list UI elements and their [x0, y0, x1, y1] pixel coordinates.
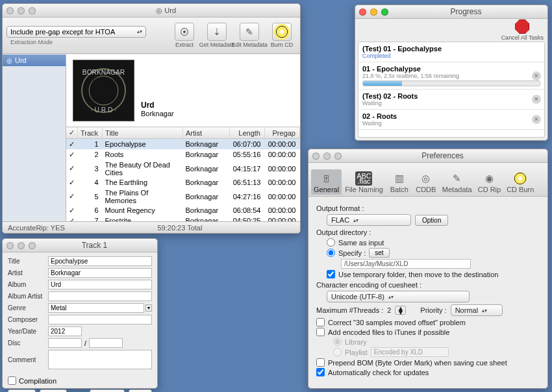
- main-titlebar[interactable]: ◎ Urd: [3, 4, 300, 18]
- close-icon[interactable]: [359, 8, 366, 16]
- tab-general[interactable]: 🎚General: [311, 169, 342, 195]
- burn-cd-button[interactable]: Burn CD: [268, 23, 296, 48]
- row-check[interactable]: ✓: [66, 149, 78, 160]
- auto-update-checkbox[interactable]: [316, 368, 325, 376]
- composer-field[interactable]: [48, 315, 152, 325]
- traffic-lights: [6, 7, 36, 14]
- set-path-button[interactable]: set: [369, 248, 389, 258]
- col-length[interactable]: Length: [230, 127, 265, 139]
- table-row[interactable]: ✓6Mount RegencyBorknagar06:08:5400:00:00: [66, 205, 300, 215]
- total-time: 59:20:23 Total: [157, 224, 202, 232]
- edit-metadata-button[interactable]: ✎Edit Metadata: [235, 23, 264, 48]
- output-format-popup[interactable]: FLAC▴▾: [327, 214, 411, 226]
- extract-icon: ⦿: [175, 23, 194, 41]
- library-radio: [333, 337, 342, 346]
- zoom-icon[interactable]: [29, 7, 36, 14]
- minimize-icon[interactable]: [323, 153, 331, 160]
- source-list[interactable]: Urd: [3, 55, 66, 221]
- row-check[interactable]: ✓: [66, 215, 78, 221]
- minimize-icon[interactable]: [370, 8, 377, 16]
- col-title[interactable]: Title: [103, 127, 183, 139]
- minimize-icon[interactable]: [18, 7, 25, 14]
- file-icon: ABC.flac: [355, 171, 372, 186]
- get-metadata-icon: ⇣: [207, 23, 227, 41]
- priority-popup[interactable]: Normal▴▾: [451, 304, 503, 316]
- slider-icon: 🎚: [318, 171, 335, 186]
- compilation-checkbox[interactable]: [8, 376, 16, 385]
- zoom-icon[interactable]: [334, 153, 342, 160]
- album-field[interactable]: [48, 280, 152, 289]
- track-table[interactable]: ✓ Track Title Artist Length Pregap ✓1Epo…: [66, 127, 300, 221]
- album-artist-field[interactable]: [48, 291, 152, 301]
- cd-burn-icon: [512, 171, 529, 186]
- table-row[interactable]: ✓4The EarthlingBorknagar06:51:1300:00:00: [66, 177, 300, 188]
- col-pregap[interactable]: Pregap: [265, 127, 300, 139]
- minimize-icon[interactable]: [18, 242, 25, 249]
- zoom-icon[interactable]: [381, 8, 388, 16]
- table-row[interactable]: ✓3The Beauty Of Dead CitiesBorknagar04:1…: [66, 160, 300, 177]
- row-check[interactable]: ✓: [66, 205, 78, 215]
- ok-button[interactable]: OK: [129, 389, 152, 392]
- window-title: Preferences: [342, 151, 544, 160]
- cancel-task-icon[interactable]: ✕: [532, 71, 541, 80]
- genre-field[interactable]: [48, 303, 144, 313]
- table-row[interactable]: ✓2RootsBorknagar05:55:1600:00:00: [66, 149, 300, 160]
- col-check[interactable]: ✓: [66, 127, 78, 139]
- svg-text:· U R D ·: · U R D ·: [91, 106, 116, 114]
- year-field[interactable]: [48, 326, 82, 336]
- tab-metadata[interactable]: ✎Metadata: [440, 169, 475, 195]
- close-icon[interactable]: [312, 153, 320, 160]
- genre-dropdown-icon[interactable]: ▾: [145, 304, 152, 312]
- threads-stepper[interactable]: ▲▼: [395, 306, 406, 315]
- tab-batch[interactable]: ▥Batch: [386, 169, 412, 195]
- correct30-checkbox[interactable]: [316, 318, 325, 326]
- cancel-task-icon[interactable]: ✕: [532, 95, 541, 104]
- close-icon[interactable]: [6, 242, 14, 249]
- cancel-button[interactable]: Cancel: [90, 389, 124, 392]
- add-itunes-checkbox[interactable]: [316, 328, 325, 336]
- tab-cddb[interactable]: ◎CDDB: [413, 169, 439, 195]
- col-artist[interactable]: Artist: [183, 127, 230, 139]
- specify-radio[interactable]: [327, 249, 335, 257]
- accuraterip-status: AccurateRip: YES: [8, 224, 65, 232]
- cancel-task-icon[interactable]: ✕: [532, 115, 541, 124]
- zoom-icon[interactable]: [29, 242, 36, 249]
- get-metadata-button[interactable]: ⇣Get Metadata: [203, 23, 231, 48]
- close-icon[interactable]: [6, 7, 14, 14]
- col-track[interactable]: Track: [78, 127, 103, 139]
- charenc-popup[interactable]: Unicode (UTF-8)▴▾: [327, 291, 470, 302]
- table-row[interactable]: ✓1EpochalypseBorknagar06:07:0000:00:00: [66, 139, 300, 150]
- pregap-popup[interactable]: Include pre-gap except for HTOA▴▾: [6, 26, 146, 38]
- source-item-urd[interactable]: Urd: [3, 55, 66, 66]
- same-as-input-radio[interactable]: [327, 238, 335, 247]
- window-title: Track 1: [36, 241, 153, 250]
- row-check[interactable]: ✓: [66, 188, 78, 205]
- next-button[interactable]: Next: [40, 389, 68, 392]
- title-field[interactable]: [48, 256, 152, 266]
- task-list: (Test) 01 - EpochalypseCompleted01 - Epo…: [358, 42, 545, 138]
- album-art[interactable]: BORKNAGAR· U R D ·: [73, 60, 134, 121]
- temp-folder-checkbox[interactable]: [327, 270, 335, 278]
- cancel-all-button[interactable]: Cancel All Tasks: [501, 19, 544, 41]
- tab-cd-burn[interactable]: CD Burn: [504, 169, 536, 195]
- track1-titlebar[interactable]: Track 1: [3, 239, 157, 252]
- row-check[interactable]: ✓: [66, 177, 78, 188]
- prev-button[interactable]: Prev: [8, 389, 36, 392]
- disc-num-field[interactable]: [48, 338, 82, 348]
- tab-file-naming[interactable]: ABC.flacFile Naming: [342, 169, 386, 195]
- edit-metadata-icon: ✎: [240, 23, 259, 41]
- prepend-bom-checkbox[interactable]: [316, 358, 325, 367]
- row-check[interactable]: ✓: [66, 139, 78, 150]
- row-check[interactable]: ✓: [66, 160, 78, 177]
- disc-icon: ◎: [156, 6, 162, 14]
- artist-field[interactable]: [48, 268, 152, 278]
- progress-titlebar[interactable]: Progress: [355, 5, 547, 19]
- disc-total-field[interactable]: [89, 338, 123, 348]
- table-row[interactable]: ✓5The Plains Of MemoriesBorknagar04:27:1…: [66, 188, 300, 205]
- tab-cd-rip[interactable]: ◉CD Rip: [475, 169, 503, 195]
- comment-field[interactable]: [48, 350, 152, 369]
- extract-button[interactable]: ⦿Extract: [170, 23, 199, 48]
- prefs-titlebar[interactable]: Preferences: [308, 149, 547, 163]
- table-row[interactable]: ✓7FrostriteBorknagar04:50:2500:00:00: [66, 215, 300, 221]
- option-button[interactable]: Option: [415, 215, 448, 226]
